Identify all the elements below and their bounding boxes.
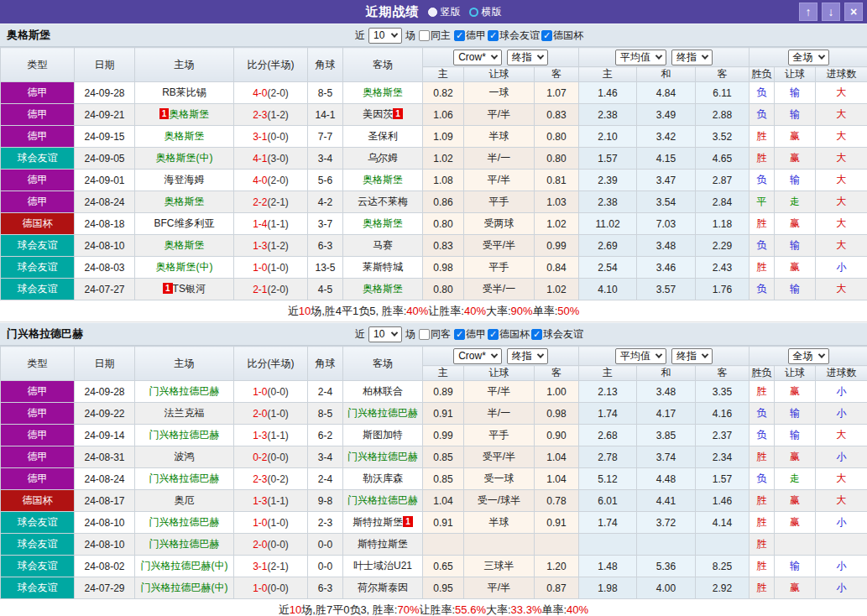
match-date: 24-09-01 (75, 170, 135, 191)
avg-odds-select[interactable]: 平均值 (615, 348, 666, 364)
odds-avg-home: 1.74 (579, 403, 637, 425)
home-team: 法兰克福 (135, 403, 234, 425)
move-down-button[interactable]: ↓ (822, 3, 840, 21)
home-team: 门兴格拉德巴赫 (135, 425, 234, 446)
odds-source-select[interactable]: Crow* (453, 50, 502, 65)
chevron-down-icon (537, 52, 544, 59)
match-score: 2-1(2-0) (234, 279, 308, 300)
away-team: 门兴格拉德巴赫 (343, 490, 423, 512)
odds-avg-draw: 4.00 (637, 577, 696, 599)
odds-handicap: 平/半 (464, 381, 535, 403)
avg-time-select[interactable]: 终指 (671, 348, 713, 364)
team-name: 斯特拉斯堡 (358, 538, 408, 550)
odds-avg-draw: 3.47 (637, 170, 696, 191)
team-name: 门兴格拉德巴赫(中) (141, 582, 228, 593)
team-name: 乌尔姆 (368, 152, 398, 164)
match-row: 球会友谊24-08-02门兴格拉德巴赫(中)3-1(2-1)0-0叶士域治U21… (1, 556, 867, 577)
fulltime-score: 1-0 (253, 262, 267, 274)
result-handicap: 赢 (775, 257, 816, 279)
close-button[interactable]: × (844, 3, 863, 21)
result-handicap: 输 (775, 104, 816, 126)
league-filter[interactable]: 球会友谊 (488, 29, 540, 43)
sub-col-home-odds: 主 (423, 366, 464, 381)
sub-col-avg-away: 客 (696, 67, 749, 82)
odds-source-group: Crow* 终指 (423, 347, 579, 366)
result-wdl: 负 (749, 279, 775, 300)
odds-avg-home: 1.48 (579, 556, 637, 577)
odds-source-select[interactable]: Crow* (453, 348, 502, 364)
corner-score: 9-8 (308, 490, 343, 512)
recent-count-select[interactable]: 10 (368, 28, 402, 44)
odds-source-group: Crow* 终指 (423, 48, 579, 67)
result-goals (816, 534, 867, 556)
odds-time-select[interactable]: 终指 (507, 348, 548, 364)
away-team: 马赛 (343, 235, 423, 257)
corner-score: 3-7 (308, 213, 343, 235)
same-venue-filter[interactable]: 同客 (419, 327, 451, 342)
match-date: 24-09-22 (75, 403, 135, 425)
fulltime-score: 3-1 (253, 561, 267, 572)
move-up-button[interactable]: ↑ (799, 3, 817, 21)
col-type: 类型 (1, 48, 75, 82)
match-score: 1-3(1-1) (234, 490, 308, 512)
layout-radio-horizontal[interactable]: 横版 (469, 5, 502, 19)
recent-count-select[interactable]: 10 (368, 326, 402, 342)
match-type-badge: 球会友谊 (1, 148, 75, 170)
match-date: 24-07-29 (75, 577, 135, 599)
match-date: 24-08-24 (75, 468, 135, 490)
league-filter[interactable]: 德国杯 (541, 29, 583, 43)
result-wdl: 胜 (749, 534, 775, 556)
league-filter[interactable]: 球会友谊 (531, 327, 583, 342)
chevron-down-icon (655, 351, 662, 358)
same-venue-filter[interactable]: 同主 (419, 29, 451, 43)
sub-col-wdl: 胜负 (749, 67, 775, 82)
odds-crow-away: 1.02 (535, 279, 579, 300)
odds-avg-away: 1.18 (696, 213, 749, 235)
chevron-down-icon (491, 52, 498, 59)
col-date: 日期 (75, 347, 135, 381)
league-filter[interactable]: 德国杯 (488, 327, 530, 342)
result-wdl: 平 (749, 191, 775, 213)
summary-line: 近10场,胜4平1负5, 胜率:40% 让胜率:40% 大率:90% 单率:50… (0, 300, 867, 322)
team-name: 奥格斯堡 (165, 196, 205, 207)
result-handicap: 赢 (775, 577, 816, 599)
red-card-badge: 1 (163, 283, 173, 294)
odds-avg-home: 2.38 (579, 104, 637, 126)
corner-score: 14-1 (308, 104, 343, 126)
result-goals: 大 (816, 279, 867, 300)
away-team: 奥格斯堡 (343, 279, 423, 300)
fulltime-score: 2-1 (253, 284, 267, 295)
odds-avg-draw: 3.57 (637, 279, 696, 300)
league-filter[interactable]: 德甲 (454, 327, 486, 342)
fulltime-select[interactable]: 全场 (788, 50, 829, 65)
result-handicap: 赢 (775, 512, 816, 534)
odds-time-select[interactable]: 终指 (507, 50, 548, 65)
fulltime-score: 4-0 (253, 175, 267, 186)
result-goals: 大 (816, 104, 867, 126)
home-team: 门兴格拉德巴赫(中) (135, 556, 234, 577)
avg-odds-select[interactable]: 平均值 (615, 50, 666, 65)
summary-segment: 单率: (533, 304, 558, 319)
corner-score: 2-4 (308, 381, 343, 403)
match-date: 24-08-31 (75, 446, 135, 468)
league-filter[interactable]: 德甲 (454, 29, 486, 43)
team-name: 莱斯特城 (363, 261, 403, 273)
match-type-badge: 球会友谊 (1, 512, 75, 534)
home-team: 1奥格斯堡 (135, 104, 234, 126)
home-team: 门兴格拉德巴赫 (135, 512, 234, 534)
odds-avg-away: 2.88 (696, 104, 749, 126)
corner-score: 13-5 (308, 257, 343, 279)
avg-time-select[interactable]: 终指 (671, 50, 713, 65)
fulltime-select[interactable]: 全场 (788, 348, 829, 364)
halftime-score: (2-0) (268, 87, 289, 99)
up-arrow-icon: ↑ (806, 5, 812, 18)
fulltime-score: 1-3 (253, 240, 267, 252)
team-name: 门兴格拉德巴赫 (149, 385, 220, 397)
odds-avg-draw: 4.15 (637, 148, 696, 170)
corner-score: 6-2 (308, 425, 343, 446)
result-handicap: 输 (775, 170, 816, 191)
fulltime-score: 2-0 (253, 408, 267, 420)
layout-radio-vertical[interactable]: 竖版 (428, 5, 461, 19)
odds-avg-away: 2.34 (696, 446, 749, 468)
team-name: 门兴格拉德巴赫 (149, 516, 220, 528)
